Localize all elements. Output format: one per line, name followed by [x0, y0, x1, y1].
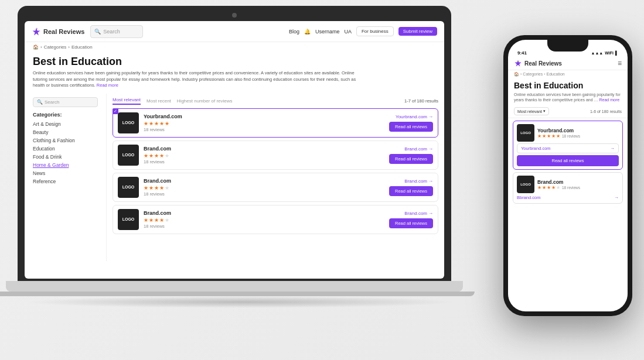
sidebar-item-food[interactable]: Food & Drink: [33, 153, 98, 161]
hamburger-menu-icon[interactable]: ≡: [618, 59, 622, 67]
laptop-screen: Real Reviews 🔍 Search Blog 🔔 Username UA…: [25, 21, 444, 279]
tab-most-recent[interactable]: Most recent: [146, 98, 171, 104]
card-2-reviews: 18 reviews: [144, 159, 384, 164]
sidebar-search[interactable]: 🔍 Search: [33, 97, 98, 107]
breadcrumb: 🏠 › Categories › Education: [25, 42, 444, 52]
star-logo-icon: [32, 27, 41, 36]
phone-card-link[interactable]: Yourbrand.com →: [517, 143, 619, 153]
phone-nav: Real Reviews ≡: [508, 57, 628, 70]
notification-icon: 🔔: [304, 29, 311, 35]
phone-card-2: LOGO Brand.com ★ ★ ★ ★ ★ 18 reviews: [513, 172, 623, 204]
blog-link[interactable]: Blog: [289, 29, 299, 35]
wifi-icon: WiFi: [605, 51, 614, 55]
card-2-link[interactable]: Brand.com →: [404, 146, 433, 152]
sidebar-search-placeholder: Search: [45, 100, 59, 105]
hero-section: Best in Education Online education servi…: [25, 52, 444, 94]
phone-screen: 9:41 ▲▲▲ WiFi ▌ Real Reviews ≡ 🏠 › Categ…: [508, 40, 628, 311]
nav-links: Blog 🔔 Username UA For business Submit r…: [289, 26, 437, 36]
phone-hero-desc: Online education services have been gain…: [514, 92, 622, 102]
read-more-link[interactable]: Read more: [97, 83, 118, 88]
for-business-button[interactable]: For business: [356, 26, 394, 36]
sidebar-item-beauty[interactable]: Beauty: [33, 128, 98, 136]
phone-card-top: LOGO Yourbrand.com ★ ★ ★ ★ ★ 18 reviews: [517, 124, 619, 142]
card-4-read-button[interactable]: Read all reviews: [389, 218, 433, 228]
card-3-logo: LOGO: [118, 177, 139, 198]
card-1-read-button[interactable]: Read all reviews: [389, 122, 433, 132]
phone-read-more-link[interactable]: Read more: [599, 98, 620, 102]
sidebar-item-art[interactable]: Art & Design: [33, 120, 98, 128]
phone-sort-select[interactable]: Most relevant ▾: [514, 107, 549, 115]
breadcrumb-current: Education: [71, 44, 93, 50]
nav-search-box[interactable]: 🔍 Search: [90, 25, 143, 38]
card-3-stars: ★ ★ ★ ★ ★: [144, 185, 384, 191]
search-icon: 🔍: [94, 29, 101, 35]
card-1-stars: ★ ★ ★ ★ ★: [144, 121, 384, 126]
hero-description: Online education services have been gain…: [33, 70, 361, 89]
card-2-logo: LOGO: [118, 145, 139, 166]
card-3-reviews: 18 reviews: [144, 191, 384, 197]
phone-logo-icon: [514, 59, 522, 67]
home-icon: 🏠: [33, 44, 39, 50]
results-count: 1-7 of 180 results: [404, 98, 438, 104]
phone-card-stars: ★ ★ ★ ★ ★: [537, 133, 560, 139]
laptop-base: [6, 281, 463, 292]
card-2-info: Brand.com ★ ★ ★ ★ ★ 18 reviews: [144, 146, 384, 164]
sidebar-item-education[interactable]: Education: [33, 145, 98, 153]
card-1-info: Yourbrand.com ★ ★ ★ ★ ★ 18 reviews: [144, 114, 384, 132]
breadcrumb-sep2: ›: [68, 44, 70, 50]
sidebar: 🔍 Search Categories: Art & Design Beauty…: [25, 94, 107, 261]
listings-area: Most relevant Most recent Highest number…: [107, 94, 444, 261]
phone-app-name: Real Reviews: [524, 60, 562, 67]
laptop-device: Real Reviews 🔍 Search Blog 🔔 Username UA…: [18, 6, 463, 351]
card-4-logo: LOGO: [118, 209, 139, 230]
phone-card2-link[interactable]: Bbrand.com →: [517, 195, 619, 200]
phone-home-icon: 🏠: [514, 72, 519, 77]
sidebar-item-clothing[interactable]: Clothing & Fashion: [33, 136, 98, 145]
card-3-read-button[interactable]: Read all reviews: [389, 186, 433, 196]
main-content: 🔍 Search Categories: Art & Design Beauty…: [25, 94, 444, 261]
phone-read-all-button[interactable]: Read all reviews: [517, 155, 619, 166]
card-4-reviews: 18 reviews: [144, 224, 384, 229]
listing-card-2: LOGO Brand.com ★ ★ ★ ★ ★ 18 reviews: [113, 140, 438, 170]
card-2-read-button[interactable]: Read all reviews: [389, 154, 433, 164]
brand-logo: Real Reviews: [32, 27, 84, 36]
signal-icon: ▲▲▲: [591, 51, 604, 55]
username-link[interactable]: Username: [315, 29, 340, 35]
phone-card2-stars: ★ ★ ★ ★ ★: [537, 185, 560, 190]
page-title: Best in Education: [33, 56, 436, 68]
card-2-stars: ★ ★ ★ ★ ★: [144, 153, 384, 159]
card-4-right: Brand.com → Read all reviews: [389, 211, 433, 228]
tab-highest-number[interactable]: Highest number of reviews: [177, 98, 233, 104]
brand-name: Real Reviews: [43, 28, 84, 35]
card-1-right: Yourbrand.com → Read all reviews: [389, 114, 433, 132]
card-3-link[interactable]: Brand.com →: [404, 179, 433, 184]
desktop-nav: Real Reviews 🔍 Search Blog 🔔 Username UA…: [25, 21, 444, 42]
battery-icon: ▌: [615, 51, 618, 55]
card-1-link[interactable]: Yourbrand.com →: [396, 114, 433, 119]
breadcrumb-categories[interactable]: Categories: [44, 44, 67, 50]
sidebar-item-home[interactable]: Home & Garden: [33, 161, 98, 169]
svg-marker-0: [33, 28, 40, 35]
card-3-name: Brand.com: [144, 178, 384, 184]
sidebar-item-reference[interactable]: Reference: [33, 177, 98, 186]
phone-device: 9:41 ▲▲▲ WiFi ▌ Real Reviews ≡ 🏠 › Categ…: [503, 35, 632, 316]
card-3-info: Brand.com ★ ★ ★ ★ ★ 18 reviews: [144, 178, 384, 197]
phone-card2-reviews: 18 reviews: [562, 186, 580, 190]
listings-toolbar: Most relevant Most recent Highest number…: [113, 97, 438, 105]
card-2-right: Brand.com → Read all reviews: [389, 146, 433, 164]
sidebar-item-news[interactable]: News: [33, 169, 98, 177]
card-4-link[interactable]: Brand.com →: [404, 211, 433, 216]
breadcrumb-sep1: ›: [40, 44, 42, 50]
card-1-logo: LOGO: [118, 112, 139, 133]
language-switcher[interactable]: UA: [344, 29, 352, 35]
phone-notch: [547, 40, 588, 52]
submit-review-button[interactable]: Submit review: [398, 27, 437, 36]
phone-card-reviews: 18 reviews: [562, 134, 580, 138]
listing-card-1: ✓ LOGO Yourbrand.com ★ ★ ★ ★ ★: [113, 108, 438, 138]
tab-most-relevant[interactable]: Most relevant: [113, 97, 141, 105]
svg-marker-2: [514, 60, 521, 66]
featured-badge: ✓: [113, 108, 118, 114]
phone-brand: Real Reviews: [514, 59, 562, 67]
phone-card2-name: Brand.com: [537, 179, 619, 185]
listing-card-4: LOGO Brand.com ★ ★ ★ ★ ★ 18 reviews: [113, 205, 438, 234]
